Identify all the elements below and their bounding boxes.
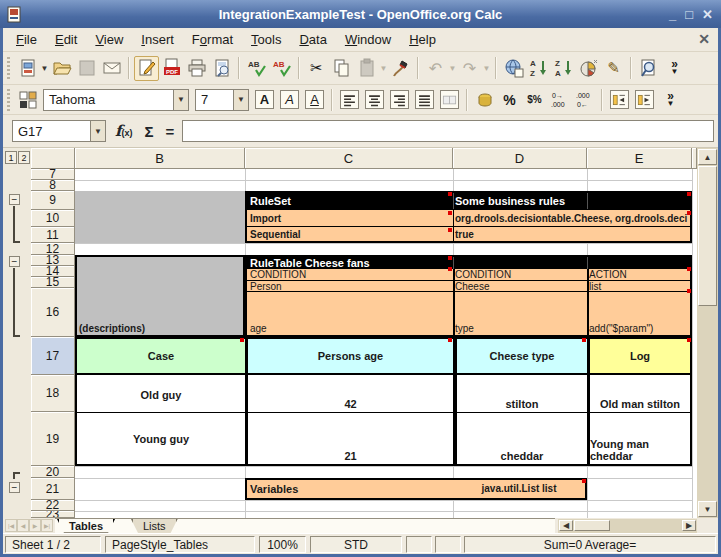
email-icon[interactable]: [99, 56, 124, 81]
scroll-right-icon[interactable]: ▶: [682, 520, 696, 531]
ruletable-table[interactable]: RuleTable Cheese fans CONDITION CONDITIO…: [245, 255, 692, 337]
cell-C14[interactable]: CONDITION: [250, 269, 306, 280]
row-header-20[interactable]: 20: [31, 466, 75, 478]
sheet-nav-next-icon[interactable]: ▶: [29, 519, 41, 532]
paste-dropdown-icon[interactable]: ▼: [379, 56, 388, 81]
outline-level-2-button[interactable]: 2: [18, 151, 30, 164]
cell-D15[interactable]: Cheese: [455, 281, 489, 291]
cell-C13[interactable]: RuleTable Cheese fans: [250, 257, 370, 269]
column-header-B[interactable]: B: [75, 148, 245, 169]
horizontal-scroll-thumb[interactable]: [574, 520, 610, 531]
menu-file[interactable]: File: [7, 29, 46, 50]
undo-icon[interactable]: ↶: [423, 56, 448, 81]
row-header-11[interactable]: 11: [31, 227, 75, 243]
row-header-16[interactable]: 16: [31, 288, 75, 337]
toolbar-overflow-icon[interactable]: »▼: [657, 87, 682, 112]
zoom-field[interactable]: 100%: [259, 536, 306, 553]
row-header-8[interactable]: 8: [31, 180, 75, 191]
variables-table[interactable]: Variables java.util.List list: [245, 478, 587, 500]
name-box[interactable]: G17 ▼: [12, 120, 106, 142]
row-header-14[interactable]: 14: [31, 266, 75, 277]
draw-functions-icon[interactable]: ✎: [601, 56, 626, 81]
selection-mode-field[interactable]: STD: [310, 536, 402, 553]
cell-B16[interactable]: (descriptions): [79, 323, 145, 334]
cell-D9[interactable]: Some business rules: [455, 195, 565, 207]
cell-C15[interactable]: Person: [250, 281, 282, 291]
row-header-19[interactable]: 19: [31, 412, 75, 466]
font-size-combo[interactable]: 7 ▼: [195, 89, 249, 111]
cell-D21[interactable]: java.util.List list: [453, 483, 585, 494]
row-header-18[interactable]: 18: [31, 375, 75, 412]
maximize-button[interactable]: □: [685, 7, 693, 22]
toolbar-grip[interactable]: [6, 57, 11, 79]
row-header-22[interactable]: 22: [31, 500, 75, 511]
find-icon[interactable]: [636, 56, 661, 81]
menu-help[interactable]: Help: [400, 29, 445, 50]
align-left-icon[interactable]: [337, 87, 362, 112]
bold-icon[interactable]: A: [252, 87, 277, 112]
minimize-button[interactable]: _: [669, 7, 676, 22]
column-header-E[interactable]: E: [587, 148, 692, 169]
cell-reference[interactable]: G17: [12, 120, 90, 142]
scroll-left-icon[interactable]: ◀: [559, 520, 573, 531]
spreadsheet-grid[interactable]: RuleSet Some business rules Import org.d…: [31, 148, 697, 518]
menu-format[interactable]: Format: [183, 29, 242, 50]
align-right-icon[interactable]: [387, 87, 412, 112]
save-icon[interactable]: [74, 56, 99, 81]
sheet-nav-previous-icon[interactable]: ◀: [17, 519, 29, 532]
increase-indent-icon[interactable]: [632, 87, 657, 112]
cell-C19[interactable]: 21: [248, 414, 453, 464]
cell-D11[interactable]: true: [455, 229, 474, 240]
row-header-17[interactable]: 17: [31, 337, 75, 375]
menu-tools[interactable]: Tools: [242, 29, 290, 50]
cell-B18[interactable]: Old guy: [77, 377, 245, 412]
row-header-9[interactable]: 9: [31, 191, 75, 210]
cell-C18[interactable]: 42: [248, 377, 453, 412]
cell-E19[interactable]: Young man cheddar: [590, 414, 690, 464]
collapse-group-icon[interactable]: −: [9, 194, 20, 205]
cell-D14[interactable]: CONDITION: [455, 269, 511, 280]
toolbar-overflow-icon[interactable]: »▼: [661, 56, 686, 81]
page-preview-icon[interactable]: [209, 56, 234, 81]
styles-window-icon[interactable]: [15, 87, 40, 112]
toolbar-grip[interactable]: [6, 89, 11, 111]
collapse-group-icon[interactable]: −: [9, 482, 20, 493]
close-document-button[interactable]: ✕: [698, 31, 710, 47]
font-size-value[interactable]: 7: [195, 89, 233, 111]
function-wizard-button[interactable]: f(x): [115, 122, 132, 140]
row-header-21[interactable]: 21: [31, 478, 75, 500]
sort-ascending-icon[interactable]: AZ: [526, 56, 551, 81]
open-folder-icon[interactable]: [49, 56, 74, 81]
menu-edit[interactable]: Edit: [46, 29, 86, 50]
grid-corner[interactable]: [31, 148, 75, 169]
edit-file-icon[interactable]: [134, 56, 159, 81]
close-button[interactable]: ✕: [702, 7, 713, 22]
underline-icon[interactable]: A: [302, 87, 327, 112]
menu-window[interactable]: Window: [336, 29, 400, 50]
italic-icon[interactable]: A: [277, 87, 302, 112]
decision-table[interactable]: Case Persons age Cheese type Log Old guy…: [75, 337, 692, 466]
column-header-C[interactable]: C: [245, 148, 453, 169]
chevron-down-icon[interactable]: ▼: [173, 89, 189, 111]
chevron-down-icon[interactable]: ▼: [90, 120, 106, 142]
sheet-nav-first-icon[interactable]: |◀: [5, 519, 17, 532]
cell-D10[interactable]: org.drools.decisiontable.Cheese, org.dro…: [455, 213, 690, 224]
row-header-23[interactable]: 23: [31, 511, 75, 518]
cell-D17[interactable]: Cheese type: [457, 339, 587, 373]
redo-dropdown-icon[interactable]: ▼: [482, 56, 491, 81]
redo-icon[interactable]: ↷: [457, 56, 482, 81]
menu-view[interactable]: View: [86, 29, 132, 50]
align-center-icon[interactable]: [362, 87, 387, 112]
row-header-15[interactable]: 15: [31, 277, 75, 288]
column-header-D[interactable]: D: [453, 148, 587, 169]
cell-D18[interactable]: stilton: [457, 377, 587, 412]
cell-C10[interactable]: Import: [250, 213, 281, 224]
cell-D19[interactable]: cheddar: [457, 414, 587, 464]
font-name-value[interactable]: Tahoma: [43, 89, 173, 111]
vertical-scroll-thumb[interactable]: [698, 166, 717, 306]
row-header-7[interactable]: 7: [31, 169, 75, 180]
cell-E15[interactable]: list: [589, 281, 601, 291]
cell-B19[interactable]: Young guy: [77, 414, 245, 464]
cell-B13-B16-block[interactable]: (descriptions): [75, 255, 245, 337]
scroll-down-icon[interactable]: ▼: [698, 501, 717, 517]
